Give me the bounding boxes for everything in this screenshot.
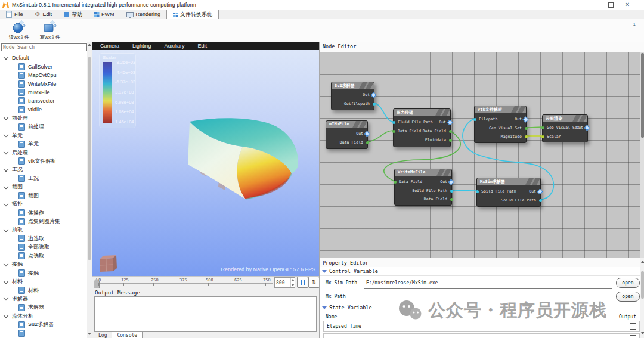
read-wx-file-button[interactable]: 读wx文件	[5, 20, 33, 41]
control-variable-section[interactable]: Control Variable	[320, 267, 644, 276]
loop-direction-button[interactable]: ⇅	[308, 277, 320, 288]
tree-item[interactable]: vtkfile	[0, 106, 87, 114]
input-port[interactable]	[541, 135, 544, 138]
sidebar-scrollbar[interactable]	[87, 42, 92, 338]
viewport-menu-auxiliary[interactable]: Auxiliary	[165, 43, 185, 49]
open-button[interactable]: open	[616, 292, 640, 302]
node-editor-scrollbar[interactable]	[640, 52, 644, 258]
node-search-input[interactable]	[1, 43, 87, 51]
tab-log[interactable]: Log	[94, 332, 112, 338]
tab-edit[interactable]: ⚙Edit	[29, 10, 58, 19]
tab-console[interactable]: Console	[112, 332, 143, 338]
tree-group[interactable]: 材料	[0, 277, 87, 286]
tree-item[interactable]: 点选取	[0, 252, 87, 260]
timeline-ruler[interactable]: 0 125 250 375 500 625 750 ⇅	[92, 276, 319, 289]
scrollbar-thumb[interactable]	[641, 53, 644, 138]
tree-item[interactable]: 边选取	[0, 234, 87, 243]
node-contour-render[interactable]: 云图渲染 Geo Visual Set Scalar Out	[542, 114, 588, 142]
tree-group[interactable]: 后处理	[0, 148, 87, 157]
tree-item[interactable]: 全部选取	[0, 243, 87, 252]
node-mimxfile[interactable]: mIMxFile Out Data Field	[326, 120, 368, 149]
window-maximize-button[interactable]	[602, 0, 619, 10]
tab-fwm[interactable]: FWM	[88, 10, 120, 19]
pause-button[interactable]	[297, 277, 308, 288]
frame-spinbox[interactable]	[274, 277, 295, 288]
open-button[interactable]: open	[616, 278, 640, 288]
tree-item[interactable]: 体操作	[0, 209, 87, 217]
tree-item[interactable]: 前处理	[0, 123, 87, 131]
node-editor-canvas[interactable]: Su2求解器 Out Outfilepath mIMxFile Out Data…	[320, 52, 644, 258]
tab-file[interactable]: File	[0, 10, 29, 19]
tree-item[interactable]: 求解器	[0, 303, 87, 312]
tree-item-partial[interactable]	[0, 329, 87, 337]
input-port[interactable]	[392, 121, 395, 124]
state-variable-section[interactable]: State Variable	[320, 303, 644, 312]
input-port[interactable]	[394, 181, 397, 184]
scroll-up-icon	[641, 261, 644, 263]
tree-item[interactable]: WriteMxFile	[0, 79, 87, 88]
input-port[interactable]	[541, 126, 544, 129]
window-minimize-button[interactable]	[586, 0, 602, 10]
tree-item[interactable]: Su2求解器	[0, 321, 87, 329]
output-port[interactable]	[373, 103, 376, 106]
viewport-menu-lighting[interactable]: Lighting	[132, 43, 151, 49]
tab-file-conversion[interactable]: 文件转换系统	[166, 10, 219, 19]
viewport-menu-camera[interactable]: Camera	[100, 43, 119, 49]
output-port[interactable]	[449, 130, 452, 133]
tree-group[interactable]: Default	[0, 54, 87, 62]
tree-group[interactable]: 工况	[0, 166, 87, 174]
output-checkbox[interactable]	[630, 335, 636, 338]
scrollbar-thumb[interactable]	[641, 271, 644, 299]
property-scrollbar[interactable]	[640, 258, 644, 338]
output-port[interactable]	[366, 141, 369, 144]
tree-item[interactable]: 点集到图片集	[0, 217, 87, 225]
window-close-button[interactable]: ✕	[619, 0, 636, 10]
tree-group[interactable]: 拓扑	[0, 200, 87, 208]
tree-item[interactable]: 截图	[0, 191, 87, 200]
tree-item[interactable]: vtk文件解析	[0, 157, 87, 165]
output-port[interactable]	[525, 127, 528, 130]
mx-path-input[interactable]	[364, 292, 612, 302]
input-port[interactable]	[392, 130, 395, 133]
tree-item[interactable]: MapCvtCpu	[0, 71, 87, 79]
node-su2-solver[interactable]: Su2求解器 Out Outfilepath	[331, 82, 374, 110]
tree-group[interactable]: 接触	[0, 261, 87, 269]
node-writemxfile[interactable]: WriteMxFile Data Field Out Soild File Pa…	[394, 169, 452, 206]
mx-sim-path-input[interactable]	[364, 278, 612, 289]
simulation-model[interactable]	[170, 110, 313, 208]
tree-item[interactable]: 接触	[0, 269, 87, 277]
tree-item[interactable]: CallSolver	[0, 62, 87, 70]
output-port[interactable]	[450, 190, 453, 193]
tree-group[interactable]: 抽取	[0, 226, 87, 234]
tree-item[interactable]: 单元	[0, 139, 87, 148]
input-port[interactable]	[473, 118, 476, 121]
tab-rendering[interactable]: Rendering	[120, 10, 167, 19]
viewport-menu-edit[interactable]: Edit	[198, 43, 208, 49]
output-port[interactable]	[450, 198, 453, 201]
tree-item[interactable]: mIMxFile	[0, 88, 87, 97]
node-mxsim-solver[interactable]: MxSim求解器 Soild File Path Out Soild File …	[476, 178, 541, 207]
tab-help[interactable]: 帮助	[58, 10, 88, 19]
tree-item[interactable]: transvector	[0, 97, 87, 105]
output-port[interactable]	[525, 135, 528, 138]
output-port[interactable]	[539, 199, 542, 202]
tree-group[interactable]: 截图	[0, 183, 87, 191]
tree-group[interactable]: 流体分析	[0, 312, 87, 320]
tree-group[interactable]: 求解器	[0, 294, 87, 303]
output-port[interactable]	[449, 139, 452, 142]
output-checkbox[interactable]	[630, 323, 636, 330]
node-file-icon	[18, 235, 25, 242]
node-pressure-transfer[interactable]: 压力传递 Fluid File Path Data Field Out Data…	[393, 108, 451, 147]
write-wx-file-button[interactable]: 写wx文件	[36, 20, 64, 41]
tree-item[interactable]: 工况	[0, 174, 87, 182]
input-port[interactable]	[476, 190, 479, 193]
scrollbar-thumb[interactable]	[88, 57, 91, 260]
frame-value-input[interactable]	[275, 278, 290, 287]
node-vtk-file-parser[interactable]: vtk文件解析 Filepath Out Geo Visual Set Magn…	[474, 106, 527, 143]
tree-group[interactable]: 单元	[0, 131, 87, 139]
tree-item[interactable]: 材料	[0, 286, 87, 294]
output-message-box[interactable]	[94, 296, 317, 332]
viewport-canvas[interactable]: Scalar -8.26e+03 -4.45e+03 -6.37e+02 3.1…	[92, 50, 319, 276]
orientation-cube[interactable]	[97, 253, 121, 274]
tree-group[interactable]: 前处理	[0, 114, 87, 122]
